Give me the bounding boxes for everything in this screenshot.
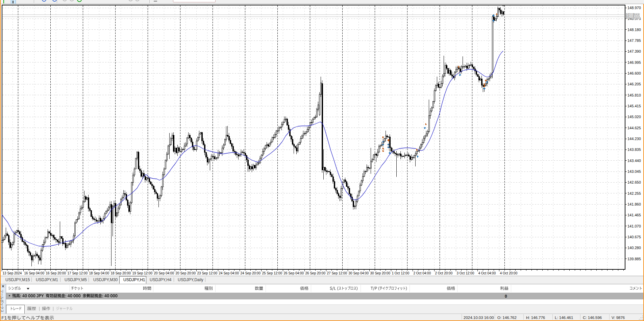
svg-text:20 Sep 20:00: 20 Sep 20:00 bbox=[176, 271, 196, 275]
svg-text:1 Oct 12:00: 1 Oct 12:00 bbox=[392, 271, 410, 275]
svg-text:139.885: 139.885 bbox=[627, 257, 641, 261]
svg-text:17 Sep 12:00: 17 Sep 12:00 bbox=[68, 271, 88, 275]
svg-text:148.970: 148.970 bbox=[627, 6, 641, 10]
svg-text:146.995: 146.995 bbox=[627, 60, 641, 64]
svg-text:140.675: 140.675 bbox=[627, 235, 641, 239]
svg-text:26 Sep 04:00: 26 Sep 04:00 bbox=[284, 271, 304, 275]
svg-text:140.280: 140.280 bbox=[627, 246, 641, 250]
svg-text:13 Sep 2024: 13 Sep 2024 bbox=[3, 271, 22, 275]
svg-text:142.650: 142.650 bbox=[627, 180, 641, 184]
svg-text:24 Sep 04:00: 24 Sep 04:00 bbox=[219, 271, 239, 275]
svg-text:30 Sep 20:00: 30 Sep 20:00 bbox=[370, 271, 391, 275]
svg-text:146.600: 146.600 bbox=[627, 71, 641, 75]
svg-text:143.835: 143.835 bbox=[627, 148, 641, 152]
svg-text:4 Oct 20:00: 4 Oct 20:00 bbox=[500, 271, 518, 275]
svg-text:148.650: 148.650 bbox=[627, 15, 640, 19]
svg-text:145.415: 145.415 bbox=[627, 104, 641, 108]
svg-text:147.785: 147.785 bbox=[627, 38, 641, 43]
svg-text:3 Oct 12:00: 3 Oct 12:00 bbox=[457, 271, 474, 275]
svg-text:145.020: 145.020 bbox=[627, 115, 641, 119]
svg-text:23 Sep 12:00: 23 Sep 12:00 bbox=[197, 271, 218, 275]
svg-text:30 Sep 04:00: 30 Sep 04:00 bbox=[349, 271, 369, 275]
svg-text:16 Sep 20:00: 16 Sep 20:00 bbox=[46, 271, 66, 275]
svg-text:147.390: 147.390 bbox=[627, 49, 641, 53]
svg-text:18 Sep 04:00: 18 Sep 04:00 bbox=[89, 271, 109, 275]
svg-text:141.860: 141.860 bbox=[627, 202, 641, 206]
svg-text:144.230: 144.230 bbox=[627, 137, 641, 141]
svg-text:20 Sep 04:00: 20 Sep 04:00 bbox=[154, 271, 174, 275]
svg-text:146.205: 146.205 bbox=[627, 82, 641, 86]
svg-text:2 Oct 20:00: 2 Oct 20:00 bbox=[435, 271, 453, 275]
svg-text:24 Sep 20:00: 24 Sep 20:00 bbox=[241, 271, 261, 275]
svg-text:18 Sep 20:00: 18 Sep 20:00 bbox=[111, 271, 131, 275]
svg-text:142.255: 142.255 bbox=[627, 191, 641, 195]
svg-text:145.810: 145.810 bbox=[627, 93, 641, 97]
svg-text:16 Sep 04:00: 16 Sep 04:00 bbox=[24, 271, 45, 275]
svg-text:143.440: 143.440 bbox=[627, 159, 641, 163]
svg-text:144.625: 144.625 bbox=[627, 126, 641, 130]
svg-text:141.465: 141.465 bbox=[627, 213, 641, 217]
svg-text:19 Sep 12:00: 19 Sep 12:00 bbox=[132, 271, 153, 275]
svg-text:148.180: 148.180 bbox=[627, 28, 641, 32]
svg-text:27 Sep 12:00: 27 Sep 12:00 bbox=[327, 271, 347, 275]
svg-text:4 Oct 04:00: 4 Oct 04:00 bbox=[478, 271, 496, 275]
svg-text:26 Sep 20:00: 26 Sep 20:00 bbox=[305, 271, 326, 275]
svg-text:141.070: 141.070 bbox=[627, 224, 641, 228]
svg-text:143.045: 143.045 bbox=[627, 169, 641, 173]
svg-text:2 Oct 04:00: 2 Oct 04:00 bbox=[414, 271, 431, 275]
svg-text:25 Sep 12:00: 25 Sep 12:00 bbox=[262, 271, 282, 275]
